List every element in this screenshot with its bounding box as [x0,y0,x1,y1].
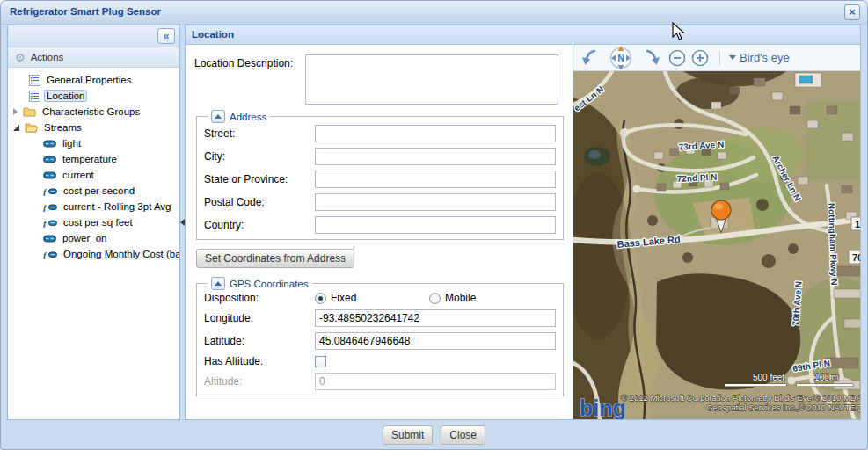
sidebar-header: « [8,25,179,47]
sidebar-item-stream-power-on[interactable]: power_on [8,230,179,246]
bing-logo[interactable]: bing [580,396,626,420]
map-panel: N [573,45,860,420]
scale-meters-label: 100 m [814,373,839,382]
panel-title: Location [186,25,860,45]
gear-icon: ⚙ [15,52,26,63]
zoom-out-icon[interactable] [670,50,685,65]
country-label: Country: [204,219,315,231]
sidebar-item-stream-temperature[interactable]: temperature [8,151,179,167]
street-input[interactable] [315,125,556,142]
expand-icon[interactable] [13,108,18,115]
country-input[interactable] [315,216,556,234]
fixed-radio-label: Fixed [331,292,356,304]
zoom-in-icon[interactable] [693,50,708,65]
dialog-window: Refrigerator Smart Plug Sensor × « ⚙ Act… [0,0,868,450]
stream-icon [43,140,56,148]
location-form: Location Description: Address Street: [186,45,573,420]
rotate-clockwise-icon[interactable] [647,51,660,65]
road-shield-70: 70 [852,252,860,263]
derived-stream-icon: f [43,202,57,212]
has-altitude-checkbox[interactable] [315,356,326,367]
state-input[interactable] [315,171,556,188]
collapse-fieldset-button[interactable] [211,110,225,123]
folder-open-icon [25,122,38,133]
aerial-map[interactable]: 10 70 est Ln N 73rd Ave N 72nd Pl N Arch… [573,71,860,420]
altitude-label: Altitude: [204,375,315,388]
compass-control[interactable]: N [611,46,631,69]
submit-button[interactable]: Submit [383,425,433,445]
actions-label: Actions [31,52,64,62]
address-fieldset: Address Street: City: State or Province: [196,110,564,240]
chevron-down-icon [729,55,736,60]
altitude-input [315,373,556,390]
derived-stream-icon: f [43,218,57,228]
svg-text:f: f [43,250,47,259]
attribution-line-1: © 2012 Microsoft Corporation Pictometry … [621,393,860,403]
toolbar-separator [719,51,720,65]
sidebar-item-location[interactable]: Location [8,88,179,104]
map-canvas[interactable]: 10 70 est Ln N 73rd Ave N 72nd Pl N Arch… [573,71,860,420]
street-label: Street: [204,127,315,140]
stream-icon [43,171,56,179]
folder-closed-icon [23,106,36,117]
city-label: City: [204,150,315,163]
rotate-counterclockwise-icon[interactable] [582,51,594,65]
svg-text:f: f [43,202,47,212]
form-icon [29,91,40,102]
sidebar-item-stream-cost-per-sq-feet[interactable]: f cost per sq feet [8,214,179,230]
gps-coordinates-fieldset: GPS Coordinates Disposition: Fixed [196,277,564,396]
sidebar-item-characteristic-groups[interactable]: Characteristic Groups [8,104,179,120]
map-view-label: Bird's eye [740,51,790,64]
sidebar: « ⚙ Actions General Properties Location [7,25,180,420]
actions-toolbar: ⚙ Actions [8,47,179,68]
state-label: State or Province: [204,173,315,185]
stream-icon [43,156,56,163]
sidebar-item-stream-light[interactable]: light [8,135,179,151]
map-toolbar: N [573,45,860,71]
sidebar-item-general-properties[interactable]: General Properties [8,72,179,88]
map-view-dropdown[interactable]: Bird's eye [729,51,790,64]
window-title: Refrigerator Smart Plug Sensor [10,6,161,17]
collapse-fieldset-button[interactable] [211,277,225,290]
map-nav-controls[interactable]: N [579,45,711,71]
attribution-line-2: Geospatial Services Inc.,© 2010 NAVTEQ [706,403,860,412]
set-coordinates-button[interactable]: Set Coordinates from Address [196,249,354,268]
latitude-label: Latitude: [204,335,315,347]
longitude-input[interactable] [315,309,556,327]
location-description-label: Location Description: [194,54,305,69]
splitter-collapse-arrow-icon[interactable] [180,219,185,226]
panel-splitter[interactable] [180,25,185,420]
compass-north-label: N [617,54,624,63]
sidebar-collapse-button[interactable]: « [157,28,175,44]
sidebar-item-stream-ongoing-monthly-cost[interactable]: f Ongoing Monthly Cost (bas [8,246,179,262]
close-window-button[interactable]: × [844,4,860,20]
collapse-icon[interactable] [13,125,19,131]
city-input[interactable] [315,148,556,165]
mobile-radio-label: Mobile [445,292,476,304]
postal-code-label: Postal Code: [204,196,315,208]
gps-legend: GPS Coordinates [230,279,309,289]
scale-feet-label: 500 feet [753,373,784,382]
latitude-input[interactable] [315,332,556,350]
mobile-radio[interactable] [429,293,441,304]
derived-stream-icon: f [43,186,57,196]
road-shield-10: 10 [855,219,860,229]
postal-code-input[interactable] [315,193,556,211]
dialog-footer: Submit Close [1,420,867,449]
longitude-label: Longitude: [204,312,315,324]
location-description-textarea[interactable] [305,54,558,105]
sidebar-item-streams[interactable]: Streams [8,120,179,135]
close-button[interactable]: Close [441,425,485,445]
sidebar-item-stream-current[interactable]: current [8,167,179,183]
form-icon [29,75,40,86]
stream-icon [43,235,56,243]
svg-text:f: f [43,186,47,196]
navigation-tree: General Properties Location Characterist… [8,68,179,419]
disposition-label: Disposition: [204,292,315,304]
fixed-radio[interactable] [315,293,326,304]
sidebar-item-stream-current-rolling-avg[interactable]: f current - Rolling 3pt Avg [8,199,179,214]
sidebar-item-stream-cost-per-second[interactable]: f cost per second [8,183,179,199]
location-panel: Location Location Description: Address [185,25,861,420]
derived-stream-icon: f [43,250,57,259]
title-bar[interactable]: Refrigerator Smart Plug Sensor × [1,1,867,25]
